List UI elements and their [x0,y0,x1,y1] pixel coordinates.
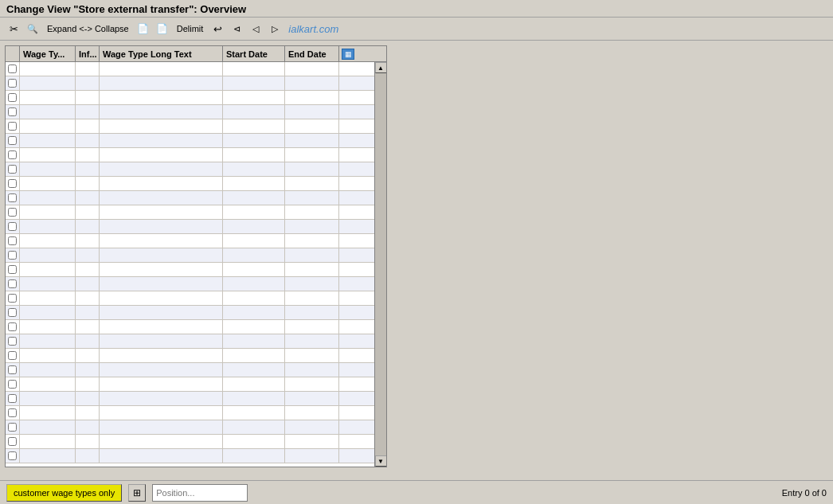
row-checkbox[interactable] [6,263,20,276]
row-checkbox[interactable] [6,177,20,190]
row-checkbox[interactable] [6,449,20,463]
table-row[interactable] [6,406,374,420]
checkbox-input[interactable] [8,408,17,417]
table-row[interactable] [6,105,374,119]
row-checkbox[interactable] [6,349,20,362]
table-row[interactable] [6,349,374,363]
table-row[interactable] [6,148,374,162]
checkbox-input[interactable] [8,79,17,88]
row-checkbox[interactable] [6,392,20,405]
table-row[interactable] [6,320,374,334]
checkbox-input[interactable] [8,208,17,217]
table-row[interactable] [6,119,374,134]
table-row[interactable] [6,205,374,220]
row-checkbox[interactable] [6,134,20,147]
row-checkbox[interactable] [6,220,20,233]
row-checkbox[interactable] [6,62,20,76]
scissors-btn[interactable]: ✂ [5,20,22,37]
search-btn[interactable]: 🔍 [24,20,41,37]
checkbox-input[interactable] [8,351,17,360]
table-row[interactable] [6,134,374,148]
row-checkbox[interactable] [6,406,20,420]
table-row[interactable] [6,76,374,91]
row-checkbox[interactable] [6,162,20,176]
table-row[interactable] [6,377,374,392]
expand-collapse-btn[interactable]: Expand <-> Collapse [43,20,133,37]
checkbox-input[interactable] [8,93,17,102]
row-checkbox[interactable] [6,76,20,90]
row-checkbox[interactable] [6,119,20,133]
table-row[interactable] [6,363,374,377]
checkbox-input[interactable] [8,437,17,446]
nav1-btn[interactable]: ⊲ [228,20,245,37]
table-row[interactable] [6,248,374,263]
checkbox-input[interactable] [8,150,17,159]
table-row[interactable] [6,449,374,463]
checkbox-input[interactable] [8,136,17,145]
scroll-up-btn[interactable]: ▲ [375,62,387,73]
row-checkbox[interactable] [6,205,20,219]
checkbox-input[interactable] [8,322,17,331]
row-checkbox[interactable] [6,334,20,348]
checkbox-input[interactable] [8,222,17,231]
table-row[interactable] [6,435,374,449]
customer-wage-types-btn[interactable]: customer wage types only [6,484,122,502]
checkbox-input[interactable] [8,451,17,460]
delimit-btn[interactable]: Delimit [173,20,208,37]
table-row[interactable] [6,263,374,277]
checkbox-input[interactable] [8,179,17,188]
nav2-btn[interactable]: ◁ [247,20,264,37]
scrollbar[interactable]: ▲ ▼ [374,62,386,467]
row-checkbox[interactable] [6,234,20,248]
table-row[interactable] [6,392,374,406]
row-checkbox[interactable] [6,248,20,262]
table-row[interactable] [6,162,374,177]
checkbox-input[interactable] [8,64,17,73]
nav3-btn[interactable]: ▷ [266,20,284,37]
table-row[interactable] [6,234,374,248]
checkbox-input[interactable] [8,236,17,245]
column-config-icon[interactable]: ▦ [342,49,354,60]
checkbox-input[interactable] [8,122,17,131]
row-checkbox[interactable] [6,191,20,205]
row-checkbox[interactable] [6,291,20,305]
undo-btn[interactable]: ↩ [209,20,226,37]
checkbox-input[interactable] [8,380,17,389]
row-checkbox[interactable] [6,320,20,334]
position-input[interactable] [152,484,248,502]
checkbox-input[interactable] [8,279,17,288]
table-row[interactable] [6,62,374,76]
checkbox-input[interactable] [8,265,17,274]
table-row[interactable] [6,291,374,306]
checkbox-input[interactable] [8,365,17,374]
col-config-header[interactable]: ▦ [339,46,357,61]
row-checkbox[interactable] [6,435,20,448]
scroll-down-btn[interactable]: ▼ [375,455,387,467]
row-checkbox[interactable] [6,377,20,391]
table-row[interactable] [6,177,374,191]
row-checkbox[interactable] [6,420,20,434]
copy1-btn[interactable]: 📄 [135,20,152,37]
table-row[interactable] [6,91,374,105]
copy2-btn[interactable]: 📄 [154,20,171,37]
checkbox-input[interactable] [8,423,17,432]
table-row[interactable] [6,334,374,349]
position-icon-btn[interactable]: ⊞ [128,484,146,502]
row-checkbox[interactable] [6,148,20,162]
checkbox-input[interactable] [8,394,17,403]
row-checkbox[interactable] [6,277,20,291]
row-checkbox[interactable] [6,91,20,104]
row-checkbox[interactable] [6,105,20,119]
table-row[interactable] [6,420,374,435]
row-checkbox[interactable] [6,363,20,377]
table-row[interactable] [6,220,374,234]
table-row[interactable] [6,306,374,320]
row-checkbox[interactable] [6,306,20,319]
table-row[interactable] [6,277,374,291]
checkbox-input[interactable] [8,107,17,116]
checkbox-input[interactable] [8,337,17,346]
table-row[interactable] [6,191,374,205]
checkbox-input[interactable] [8,165,17,174]
checkbox-input[interactable] [8,308,17,317]
checkbox-input[interactable] [8,251,17,260]
